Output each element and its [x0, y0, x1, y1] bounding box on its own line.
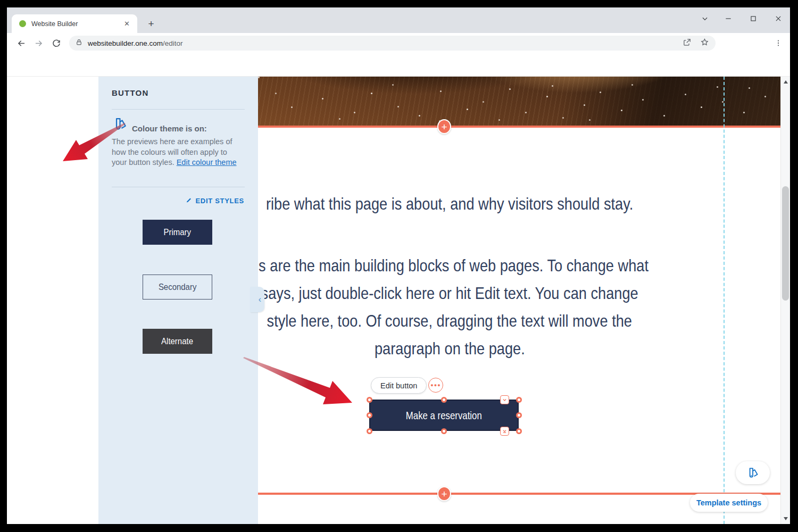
tab-close-icon[interactable]: ✕: [122, 19, 132, 29]
page-canvas[interactable]: + ribe what this page is about, and why …: [258, 77, 780, 524]
resize-handle[interactable]: [516, 397, 522, 403]
stretch-handle-bottom[interactable]: [500, 427, 509, 436]
collapse-panel-tab[interactable]: ‹: [250, 287, 264, 312]
back-icon[interactable]: [14, 36, 28, 50]
resize-handle[interactable]: [367, 397, 372, 403]
layout-guide-line: [724, 77, 725, 524]
edit-styles-button[interactable]: EDIT STYLES: [186, 197, 245, 205]
theme-status-heading: Colour theme is on:: [132, 124, 207, 133]
style-preview-alternate[interactable]: Alternate: [143, 329, 212, 354]
theme-description: The previews here are examples of how th…: [112, 137, 239, 168]
browser-menu-kebab-icon[interactable]: [771, 36, 785, 50]
url-text: websitebuilder.one.com/editor: [88, 39, 683, 47]
selected-page-button[interactable]: Make a reservation: [369, 400, 519, 431]
resize-handle[interactable]: [441, 397, 447, 403]
panel-title: BUTTON: [112, 88, 148, 97]
canvas-heading-line[interactable]: ribe what this page is about, and why vi…: [266, 193, 633, 215]
edit-colour-theme-link[interactable]: Edit colour theme: [177, 158, 237, 167]
resize-handle[interactable]: [367, 412, 372, 418]
colour-theme-icon: [746, 466, 760, 480]
scrollbar-thumb[interactable]: [782, 186, 789, 301]
resize-handle[interactable]: [516, 412, 522, 418]
canvas-scrollbar[interactable]: [780, 77, 790, 524]
divider: [112, 187, 245, 187]
window-close-icon[interactable]: [770, 12, 786, 26]
style-preview-secondary[interactable]: Secondary: [143, 275, 212, 300]
window-menu-chevron-icon[interactable]: [697, 12, 713, 26]
element-sidebar: [7, 77, 98, 524]
divider: [112, 109, 245, 110]
edit-button-action[interactable]: Edit button: [371, 377, 427, 394]
tab-title: Website Builder: [31, 20, 122, 28]
add-section-button[interactable]: +: [437, 119, 451, 134]
tab-favicon-icon: [19, 20, 26, 27]
canvas-paragraph-line[interactable]: hs are the main building blocks of web p…: [258, 252, 649, 279]
stretch-handle-top[interactable]: [500, 395, 509, 404]
new-tab-button[interactable]: +: [145, 18, 157, 30]
resize-handle[interactable]: [441, 428, 447, 434]
more-options-button[interactable]: ●●●: [428, 378, 443, 393]
canvas-paragraph-line[interactable]: style here, too. Of course, dragging the…: [267, 307, 632, 335]
canvas-paragraph-line[interactable]: paragraph on the page.: [375, 335, 525, 362]
button-panel: BUTTON Colour theme is on: The previews …: [98, 77, 258, 524]
reload-icon[interactable]: [49, 36, 63, 50]
colour-theme-icon: [112, 116, 128, 135]
lock-icon: [76, 38, 82, 48]
url-bar[interactable]: websitebuilder.one.com/editor: [69, 36, 716, 51]
window-maximize-icon[interactable]: [745, 12, 761, 26]
resize-handle[interactable]: [516, 428, 522, 434]
browser-tab[interactable]: Website Builder ✕: [12, 14, 137, 33]
add-section-button[interactable]: +: [437, 486, 451, 501]
share-icon[interactable]: [683, 38, 692, 49]
colour-theme-fab[interactable]: [736, 461, 770, 484]
style-preview-primary[interactable]: Primary: [143, 220, 212, 245]
hero-image[interactable]: [258, 77, 780, 126]
template-settings-button[interactable]: Template settings: [690, 494, 768, 512]
chevron-left-icon: ‹: [259, 295, 261, 304]
forward-icon[interactable]: [31, 36, 45, 50]
window-minimize-icon[interactable]: [720, 12, 736, 26]
scroll-down-icon[interactable]: [781, 514, 791, 523]
editor-toolbar: [7, 52, 790, 77]
pencil-icon: [186, 197, 193, 204]
scroll-up-icon[interactable]: [781, 78, 791, 86]
canvas-paragraph-line[interactable]: says, just double-click here or hit Edit…: [261, 279, 638, 307]
section-divider: [258, 126, 780, 128]
resize-handle[interactable]: [367, 428, 372, 434]
bookmark-star-icon[interactable]: [700, 38, 709, 49]
